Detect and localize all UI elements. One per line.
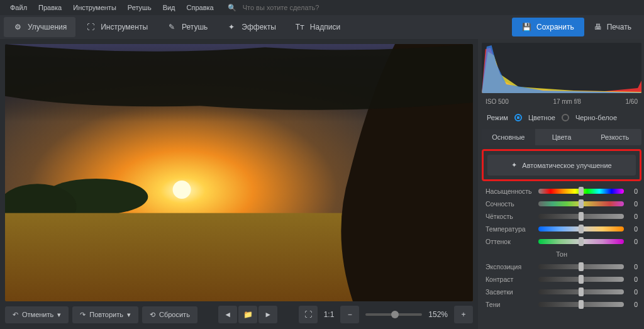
- zoom-in-button[interactable]: +: [454, 306, 473, 323]
- slider-track[interactable]: [538, 264, 624, 269]
- undo-icon: ↶: [13, 311, 18, 319]
- slider-label: Контраст: [486, 276, 535, 283]
- btn-label: Автоматическое улучшение: [522, 162, 611, 169]
- save-button[interactable]: 💾Сохранить: [512, 18, 584, 36]
- crop-icon: ⛶: [86, 22, 96, 32]
- slider-track[interactable]: [538, 302, 624, 307]
- slider-label: Тени: [486, 301, 535, 308]
- sliders-icon: ⚙: [13, 22, 23, 32]
- slider-track[interactable]: [538, 189, 624, 194]
- next-image-button[interactable]: ►: [258, 306, 277, 323]
- radio-label: Цветное: [528, 114, 555, 121]
- meta-lens: 17 mm f/8: [553, 98, 580, 105]
- slider-value: 0: [628, 263, 638, 270]
- tab-effects[interactable]: ✦Эффекты: [218, 17, 285, 37]
- slider-tint[interactable]: Оттенок0: [482, 235, 641, 248]
- adjust-subtabs: Основные Цвета Резкость: [482, 129, 641, 145]
- histogram[interactable]: [482, 43, 641, 93]
- slider-value: 0: [628, 213, 638, 220]
- radio-bw[interactable]: [562, 114, 569, 121]
- tab-retouch[interactable]: ✎Ретушь: [158, 17, 216, 37]
- menu-edit[interactable]: Правка: [33, 1, 67, 14]
- menu-bar: Файл Правка Инструменты Ретушь Вид Справ…: [0, 0, 644, 15]
- save-label: Сохранить: [536, 23, 574, 31]
- slider-shadows[interactable]: Тени0: [482, 298, 641, 311]
- side-panel: ISO 500 17 mm f/8 1/60 Режим Цветное Чер…: [478, 39, 644, 329]
- print-button[interactable]: 🖶Печать: [586, 18, 640, 36]
- zoom-slider[interactable]: [365, 313, 422, 316]
- slider-track[interactable]: [538, 239, 624, 244]
- slider-label: Засветки: [486, 288, 535, 296]
- undo-button[interactable]: ↶Отменить▾: [5, 306, 69, 323]
- zoom-out-button[interactable]: −: [340, 306, 359, 323]
- slider-value: 0: [628, 200, 638, 208]
- slider-value: 0: [628, 276, 638, 283]
- wand-icon: ✦: [226, 22, 236, 32]
- tab-label: Надписи: [310, 23, 340, 31]
- btn-label: Повторить: [89, 311, 123, 318]
- open-folder-button[interactable]: 📁: [238, 306, 257, 323]
- tab-label: Ретушь: [182, 23, 208, 31]
- auto-enhance-button[interactable]: ✦Автоматическое улучшение: [487, 155, 636, 176]
- color-mode-row: Режим Цветное Черно-белое: [482, 110, 641, 125]
- print-label: Печать: [607, 23, 631, 31]
- slider-saturation[interactable]: Насыщенность0: [482, 185, 641, 198]
- slider-temperature[interactable]: Температура0: [482, 223, 641, 235]
- slider-exposure[interactable]: Экспозиция0: [482, 260, 641, 273]
- slider-value: 0: [628, 238, 638, 245]
- redo-button[interactable]: ↷Повторить▾: [72, 306, 138, 323]
- menu-help[interactable]: Справка: [182, 1, 219, 14]
- subtab-sharpness[interactable]: Резкость: [588, 129, 641, 145]
- menu-tools[interactable]: Инструменты: [68, 1, 121, 14]
- text-icon: Tᴛ: [295, 22, 305, 32]
- tab-label: Улучшения: [28, 23, 67, 31]
- slider-track[interactable]: [538, 201, 624, 206]
- slider-value: 0: [628, 301, 638, 308]
- btn-label: Сбросить: [159, 311, 190, 318]
- image-canvas[interactable]: [5, 44, 473, 301]
- bottom-bar: ↶Отменить▾ ↷Повторить▾ ⟲Сбросить ◄ 📁 ► ⛶…: [5, 301, 473, 324]
- wand-icon: ✦: [511, 161, 517, 169]
- sliders-panel: Насыщенность0 Сочность0 Чёткость0 Темпер…: [482, 185, 641, 325]
- slider-label: Экспозиция: [486, 263, 535, 270]
- menu-file[interactable]: Файл: [5, 1, 32, 14]
- chevron-down-icon: ▾: [57, 311, 61, 319]
- slider-label: Оттенок: [486, 238, 535, 245]
- search-input[interactable]: [243, 4, 356, 11]
- slider-vibrance[interactable]: Сочность0: [482, 198, 641, 210]
- tab-tools[interactable]: ⛶Инструменты: [77, 17, 157, 37]
- slider-track[interactable]: [538, 226, 624, 231]
- radio-label: Черно-белое: [575, 114, 617, 121]
- slider-track[interactable]: [538, 214, 624, 219]
- zoom-ratio[interactable]: 1:1: [324, 310, 335, 319]
- fit-screen-button[interactable]: ⛶: [299, 306, 318, 323]
- print-icon: 🖶: [594, 23, 602, 31]
- tab-enhancements[interactable]: ⚙Улучшения: [4, 17, 75, 37]
- slider-value: 0: [628, 288, 638, 296]
- prev-image-button[interactable]: ◄: [218, 306, 237, 323]
- tab-text[interactable]: TᴛНадписи: [286, 17, 349, 37]
- tab-label: Эффекты: [242, 23, 276, 31]
- slider-value: 0: [628, 225, 638, 233]
- reset-button[interactable]: ⟲Сбросить: [142, 306, 197, 323]
- slider-contrast[interactable]: Контраст0: [482, 273, 641, 286]
- main-toolbar: ⚙Улучшения ⛶Инструменты ✎Ретушь ✦Эффекты…: [0, 15, 644, 39]
- mode-label: Режим: [487, 114, 508, 121]
- meta-shutter: 1/60: [626, 98, 638, 105]
- slider-highlights[interactable]: Засветки0: [482, 286, 641, 298]
- meta-iso: ISO 500: [486, 98, 509, 105]
- menu-retouch[interactable]: Ретушь: [123, 1, 157, 14]
- brush-icon: ✎: [167, 22, 177, 32]
- slider-clarity[interactable]: Чёткость0: [482, 210, 641, 223]
- subtab-colors[interactable]: Цвета: [535, 129, 589, 145]
- menu-view[interactable]: Вид: [158, 1, 180, 14]
- chevron-down-icon: ▾: [127, 311, 131, 319]
- zoom-value: 152%: [428, 310, 448, 319]
- auto-enhance-highlight: ✦Автоматическое улучшение: [482, 149, 641, 181]
- search-icon: 🔍: [223, 1, 242, 14]
- redo-icon: ↷: [80, 311, 86, 319]
- radio-color[interactable]: [514, 114, 522, 121]
- slider-track[interactable]: [538, 289, 624, 294]
- subtab-basic[interactable]: Основные: [482, 129, 535, 145]
- slider-track[interactable]: [538, 277, 624, 282]
